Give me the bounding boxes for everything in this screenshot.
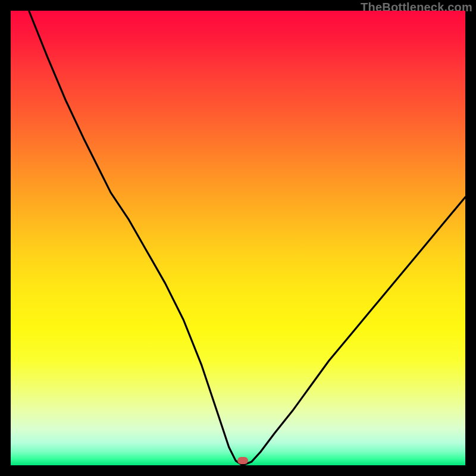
plot-area	[11, 11, 465, 465]
chart-frame: TheBottleneck.com	[0, 0, 476, 476]
background-gradient	[11, 11, 465, 465]
